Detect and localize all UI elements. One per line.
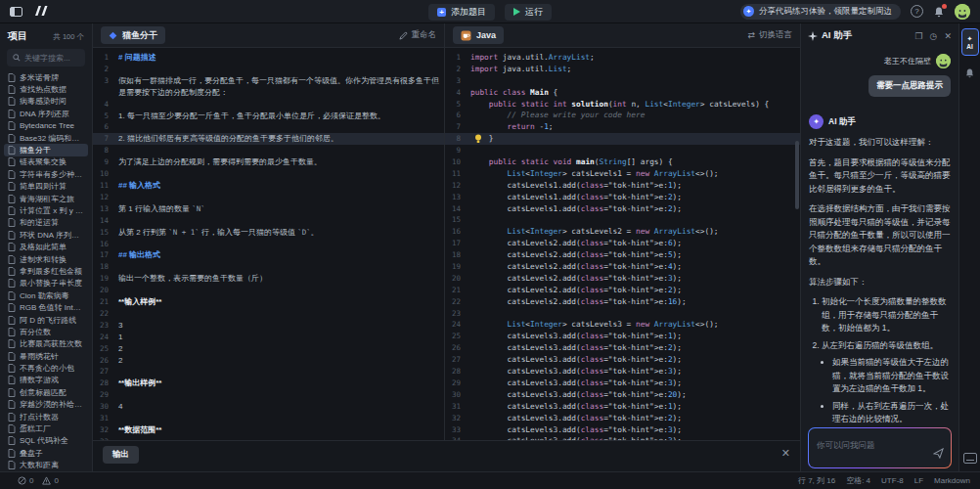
sidebar-item[interactable]: 青海湖租车之旅	[4, 193, 88, 204]
markdown-line[interactable]: 22	[93, 308, 444, 320]
code-line[interactable]: 26 catsLevels3.add(class="tok-hint">e:2)…	[445, 342, 800, 354]
code-line[interactable]: 4public class Main {	[445, 87, 800, 99]
chat-input[interactable]: 你可以问我问题	[809, 428, 951, 467]
code-line[interactable]: 21 catsLevels2.add(class="tok-hint">e:2)…	[445, 285, 800, 296]
sidebar-item[interactable]: 计算位置 x 到 y 的...	[4, 204, 88, 216]
code-line[interactable]: 24 List<Integer> catsLevels3 = new Array…	[445, 319, 800, 331]
markdown-line[interactable]: 252	[93, 343, 444, 355]
code-line[interactable]: 33 catsLevels3.add(class="tok-hint">e:3)…	[445, 424, 800, 436]
sidebar-item[interactable]: 环状 DNA 序列整理	[4, 229, 88, 241]
markdown-line[interactable]: 2	[93, 64, 444, 75]
sidebar-item[interactable]: 链表聚集交换	[4, 156, 88, 168]
code-line[interactable]: 20 catsLevels2.add(class="tok-hint">e:3)…	[445, 273, 800, 285]
code-line[interactable]: 1import java.util.ArrayList;	[445, 52, 800, 64]
sidebar-item[interactable]: 蛋糕工厂	[4, 422, 88, 434]
markdown-line[interactable]: 13第 1 行输入猫的数量 `N`	[93, 203, 444, 215]
sidebar-item[interactable]: 拿到最多红包金额	[4, 265, 88, 277]
markdown-line[interactable]: 233	[93, 320, 444, 332]
code-line[interactable]: 2import java.util.List;	[445, 64, 800, 75]
code-line[interactable]: 3	[445, 75, 800, 87]
sidebar-item[interactable]: 不再贪心的小包	[4, 362, 88, 374]
eol-setting[interactable]: LF	[914, 476, 923, 485]
sidebar-item[interactable]: Cion 勒索病毒	[4, 289, 88, 301]
sidebar-item[interactable]: 猜数字游戏	[4, 375, 88, 386]
sidebar-item[interactable]: 暴雨绣花针	[4, 350, 88, 362]
code-line[interactable]: 22 catsLevels2.add(class="tok-hint">e:16…	[445, 296, 800, 308]
code-line[interactable]: 6 // Please write your code here	[445, 110, 800, 121]
sidebar-item[interactable]: 最小替换子串长度	[4, 278, 88, 289]
code-line[interactable]: 23	[445, 308, 800, 320]
code-line[interactable]: 19 catsLevels2.add(class="tok-hint">e:4)…	[445, 261, 800, 273]
markdown-line[interactable]: 14	[93, 215, 444, 227]
open-in-editor-icon[interactable]: ❐	[915, 31, 923, 41]
cursor-position[interactable]: 行 7, 列 16	[798, 475, 835, 486]
help-icon[interactable]: ?	[911, 5, 923, 18]
language-mode[interactable]: Markdown	[934, 476, 970, 485]
sidebar-item[interactable]: 简单四则计算	[4, 181, 88, 193]
sidebar-item[interactable]: Bytedance Tree	[4, 120, 88, 132]
search-input[interactable]: 关键字搜索...	[7, 49, 85, 67]
markdown-line[interactable]: 12	[93, 192, 444, 203]
sidebar-item[interactable]: 叠盘子	[4, 447, 88, 459]
editor-scrollbar[interactable]	[795, 141, 799, 209]
history-icon[interactable]: ◷	[930, 31, 938, 41]
sidebar-item[interactable]: 及格如此简单	[4, 241, 88, 252]
run-button[interactable]: 运行	[505, 4, 552, 21]
code-line[interactable]: 12 catsLevels1.add(class="tok-hint">e:1)…	[445, 180, 800, 192]
keyboard-icon[interactable]	[963, 453, 977, 464]
sidebar-item[interactable]: SQL 代码补全	[4, 435, 88, 447]
code-line[interactable]: 31 catsLevels3.add(class="tok-hint">e:1)…	[445, 401, 800, 413]
code-line[interactable]: 15	[445, 214, 800, 226]
sidebar-item[interactable]: 打点计数器	[4, 411, 88, 422]
code-line[interactable]: 13 catsLevels1.add(class="tok-hint">e:2)…	[445, 192, 800, 203]
markdown-line[interactable]: 27	[93, 366, 444, 378]
code-line[interactable]: 7 return -1;	[445, 121, 800, 133]
markdown-line[interactable]: 10	[93, 168, 444, 180]
code-line[interactable]: 10 public static void main(String[] args…	[445, 156, 800, 168]
code-line[interactable]: 34 catsLevels3.add(class="tok-hint">e:3)…	[445, 435, 800, 440]
sidebar-item[interactable]: 和的逆运算	[4, 217, 88, 229]
close-icon[interactable]: ✕	[781, 446, 790, 460]
switch-language-button[interactable]: ⇄ 切换语言	[747, 29, 792, 41]
ai-panel-toggle[interactable]: ✦ AI	[961, 28, 979, 56]
notification-icon[interactable]	[933, 6, 945, 18]
markdown-line[interactable]: 21**输入样例**	[93, 296, 444, 308]
send-icon[interactable]	[933, 445, 944, 463]
markdown-line[interactable]: 18	[93, 261, 444, 273]
markdown-line[interactable]: 9为了满足上边的分配规则，需要得到需要的最少鱼干数量。	[93, 156, 444, 168]
markdown-line[interactable]: 11## 输入格式	[93, 180, 444, 192]
code-line[interactable]: 8 }	[445, 133, 800, 145]
sidebar-item[interactable]: Base32 编码和解码	[4, 132, 88, 144]
user-avatar[interactable]	[955, 4, 970, 20]
code-line[interactable]: 5 public static int solution(int n, List…	[445, 99, 800, 111]
sidebar-item[interactable]: 创意标题匹配	[4, 386, 88, 398]
markdown-line[interactable]: 6	[93, 121, 444, 133]
markdown-line[interactable]: 19输出一个整数，表示需要的鱼干数量（斤）	[93, 273, 444, 285]
sidebar-item[interactable]: DNA 序列还原	[4, 108, 88, 119]
sidebar-item[interactable]: 阿 D 的飞行路线	[4, 314, 88, 326]
code-line[interactable]: 18 catsLevels2.add(class="tok-hint">e:5)…	[445, 249, 800, 261]
code-line[interactable]: 30 catsLevels3.add(class="tok-hint">e:20…	[445, 389, 800, 401]
sidebar-item[interactable]: 字符串有多少种可...	[4, 168, 88, 180]
sidebar-item[interactable]: 病毒感染时间	[4, 96, 88, 108]
code-line[interactable]: 25 catsLevels3.add(class="tok-hint">e:1)…	[445, 331, 800, 342]
sidebar-toggle-icon[interactable]	[10, 7, 22, 17]
markdown-line[interactable]: 17## 输出格式	[93, 249, 444, 261]
code-line[interactable]: 11 List<Integer> catsLevels1 = new Array…	[445, 168, 800, 180]
code-line[interactable]: 9	[445, 145, 800, 156]
encoding-setting[interactable]: UTF-8	[881, 476, 904, 485]
markdown-line[interactable]: 262	[93, 355, 444, 367]
code-lines[interactable]: 1import java.util.ArrayList;2import java…	[445, 48, 800, 440]
code-line[interactable]: 14 catsLevels1.add(class="tok-hint">e:2)…	[445, 203, 800, 215]
markdown-line[interactable]: 8	[93, 145, 444, 156]
markdown-line[interactable]: 16	[93, 239, 444, 250]
markdown-line[interactable]: 304	[93, 401, 444, 413]
output-button[interactable]: 输出	[103, 446, 139, 464]
markdown-line[interactable]: 72. 猫比他们邻居有更高等级值的分配的鱼干要多于他们的邻居。	[93, 133, 444, 145]
markdown-line[interactable]: 3假如有一群猫排成一行，要分配鱼干，每一只猫都有一个等级值。你作为管理员有很多鱼…	[93, 75, 444, 99]
warnings-status[interactable]: 0	[42, 476, 58, 485]
sidebar-item[interactable]: RGB 色值转 Integer	[4, 301, 88, 313]
code-line[interactable]: 29 catsLevels3.add(class="tok-hint">e:3)…	[445, 378, 800, 389]
errors-status[interactable]: 0	[18, 476, 33, 485]
markdown-line[interactable]: 31	[93, 413, 444, 424]
